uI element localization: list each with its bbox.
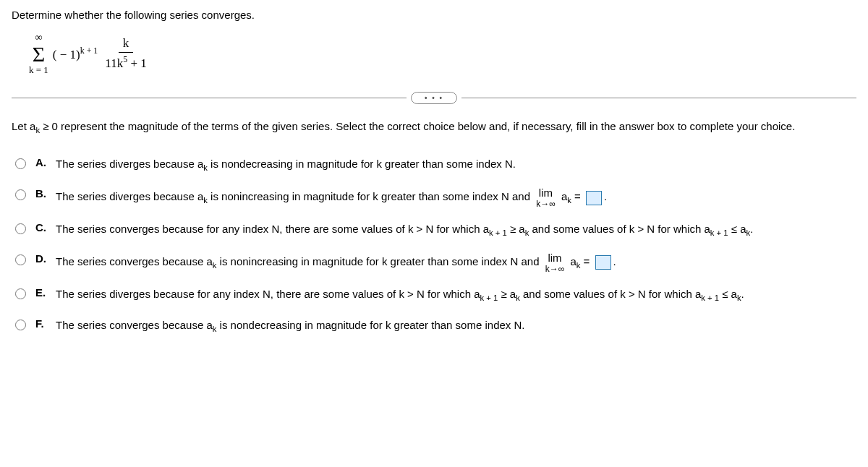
choice-d-t1: The series converges because a (56, 255, 213, 267)
choice-b-limit: lim k→∞ (536, 187, 556, 208)
choice-c-label: C. (35, 221, 48, 234)
choice-f-radio[interactable] (15, 320, 26, 330)
choice-f-label: F. (35, 317, 48, 330)
expand-button[interactable]: • • • (411, 92, 457, 104)
choice-a-t2: is nondecreasing in magnitude for k grea… (208, 158, 516, 170)
choice-e-t5: . (741, 288, 744, 300)
choice-d-eq: = (580, 255, 590, 267)
choice-c-sub1: k + 1 (489, 228, 507, 237)
choice-b-period: . (604, 190, 607, 202)
choice-f[interactable]: F. The series converges because ak is no… (12, 317, 856, 335)
choice-b-ak-base: a (561, 190, 567, 202)
choice-f-t2: is nondecreasing in magnitude for k grea… (216, 319, 524, 331)
choice-c-t5: . (750, 223, 753, 235)
lim-top: lim (539, 187, 553, 198)
choice-d-radio[interactable] (15, 254, 26, 265)
choice-c-t3: and some values of k > N for which a (529, 223, 710, 235)
question-prompt: Determine whether the following series c… (12, 9, 856, 21)
choice-d[interactable]: D. The series converges because ak is no… (12, 252, 856, 273)
sigma-lower-bound: k = 1 (29, 65, 48, 74)
choice-b[interactable]: B. The series diverges because ak is non… (12, 187, 856, 208)
choice-c-text: The series converges because for any ind… (56, 221, 753, 239)
lim-top-d: lim (548, 252, 561, 263)
choice-e-sub3: k + 1 (701, 294, 719, 302)
denom-post: + 1 (127, 56, 147, 70)
choice-d-label: D. (35, 252, 48, 265)
choice-c[interactable]: C. The series converges because for any … (12, 221, 856, 239)
choice-e-t2: ≥ a (498, 288, 516, 300)
coeff-base: ( − 1) (53, 47, 80, 61)
choice-a-label: A. (35, 156, 48, 168)
choice-e-label: E. (35, 286, 48, 299)
choice-b-t1: The series diverges because a (56, 190, 203, 202)
choice-b-answer-box[interactable] (586, 191, 602, 205)
choice-a-text: The series diverges because ak is nondec… (56, 156, 516, 174)
choice-f-t1: The series converges because a (56, 319, 213, 331)
choice-d-answer-box[interactable] (595, 255, 611, 270)
choice-d-text: The series converges because ak is nonin… (56, 252, 616, 273)
choice-c-t2: ≥ a (507, 223, 525, 235)
series-coefficient: ( − 1)k + 1 (53, 46, 98, 62)
series-fraction: k 11k5 + 1 (101, 36, 150, 71)
choice-b-radio[interactable] (15, 189, 26, 200)
instruction-pre: Let a (12, 120, 35, 132)
choice-a[interactable]: A. The series diverges because ak is non… (12, 156, 856, 174)
choice-b-eq: = (571, 190, 581, 202)
choice-d-ak-base: a (570, 255, 576, 267)
sigma-block: ∞ Σ k = 1 (29, 33, 48, 74)
choice-a-radio[interactable] (15, 158, 26, 169)
section-divider: • • • (12, 92, 856, 104)
instruction-post: ≥ 0 represent the magnitude of the terms… (40, 120, 795, 132)
choice-c-t1: The series converges because for any ind… (56, 223, 489, 235)
fraction-denominator: 11k5 + 1 (101, 53, 150, 71)
choice-b-text: The series diverges because ak is noninc… (56, 187, 607, 208)
answer-choices: A. The series diverges because ak is non… (12, 156, 856, 335)
choice-b-label: B. (35, 187, 48, 200)
choice-b-t2: is nonincreasing in magnitude for k grea… (208, 190, 533, 202)
choice-e-sub1: k + 1 (480, 294, 498, 302)
choice-a-t1: The series diverges because a (56, 158, 203, 170)
series-expression: ∞ Σ k = 1 ( − 1)k + 1 k 11k5 + 1 (29, 33, 856, 74)
choice-d-t2: is nonincreasing in magnitude for k grea… (216, 255, 542, 267)
choice-c-t4: ≤ a (728, 223, 746, 235)
choice-e[interactable]: E. The series diverges because for any i… (12, 286, 856, 304)
choice-e-t4: ≤ a (719, 288, 737, 300)
choice-d-period: . (613, 255, 616, 267)
choice-e-text: The series diverges because for any inde… (56, 286, 744, 304)
choice-c-sub3: k + 1 (710, 228, 728, 237)
divider-line-left (12, 98, 407, 98)
instruction-text: Let ak ≥ 0 represent the magnitude of th… (12, 117, 856, 137)
choice-e-radio[interactable] (15, 288, 26, 299)
denom-pre: 11k (105, 56, 123, 70)
choice-e-t3: and some values of k > N for which a (520, 288, 702, 300)
sigma-upper-bound: ∞ (35, 33, 42, 43)
sigma-symbol: Σ (33, 44, 45, 64)
choice-e-t1: The series diverges because for any inde… (56, 288, 480, 300)
divider-line-right (461, 98, 856, 98)
choice-f-text: The series converges because ak is nonde… (56, 317, 525, 335)
fraction-numerator: k (119, 36, 134, 53)
lim-bottom-d: k→∞ (545, 265, 565, 273)
choice-d-limit: lim k→∞ (545, 252, 565, 273)
coeff-exponent: k + 1 (80, 46, 98, 56)
lim-bottom: k→∞ (536, 200, 556, 208)
choice-c-radio[interactable] (15, 223, 26, 234)
